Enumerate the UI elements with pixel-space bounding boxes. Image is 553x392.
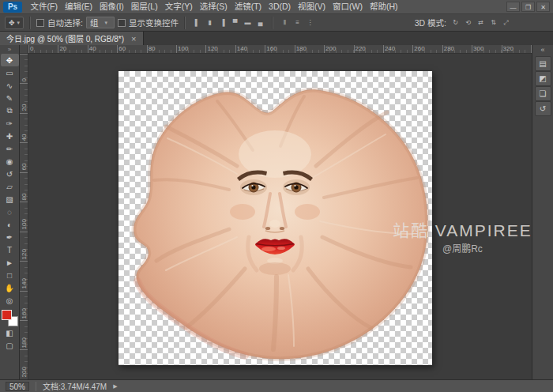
menu-edit[interactable]: 编辑(E) bbox=[61, 0, 96, 13]
chevron-down-icon: ▾ bbox=[17, 20, 21, 26]
menu-select[interactable]: 选择(S) bbox=[196, 0, 231, 13]
quick-selection-tool[interactable]: ✎ bbox=[1, 92, 19, 104]
ruler-number: 20 bbox=[58, 45, 87, 53]
close-button[interactable]: ✕ bbox=[536, 2, 550, 12]
collapsed-panel-history[interactable]: ↺ bbox=[535, 101, 551, 116]
hand-tool[interactable]: ✋ bbox=[1, 281, 19, 294]
3d-mode-icon: ⇅ bbox=[491, 19, 496, 26]
align-vertical-centers-button[interactable]: ▬ bbox=[242, 17, 254, 28]
separator bbox=[29, 17, 31, 29]
lasso-tool[interactable]: ∿ bbox=[1, 79, 19, 92]
ruler-number: 180 bbox=[295, 45, 324, 53]
move-tool[interactable]: ✥ bbox=[1, 54, 19, 66]
align-left-edges-button[interactable]: ▌ bbox=[191, 17, 203, 28]
toolbar-collapse-button[interactable]: » bbox=[8, 45, 11, 54]
tool-icon: ◌ bbox=[7, 208, 12, 217]
document-tab[interactable]: 今日.jpg @ 50% (图层 0, RGB/8*) × bbox=[0, 32, 144, 45]
distribute-spacing-button[interactable]: ⋮ bbox=[304, 17, 316, 28]
menu-filter[interactable]: 滤镜(T) bbox=[231, 0, 265, 13]
watermark-credit-text: @周鹏Rc bbox=[442, 241, 483, 254]
clone-stamp-tool[interactable]: ◉ bbox=[1, 155, 19, 168]
menu-3d[interactable]: 3D(D) bbox=[265, 0, 295, 13]
quick-mask-button[interactable]: ◧ bbox=[1, 326, 19, 339]
dodge-tool[interactable]: ◐ bbox=[1, 218, 19, 231]
distribute-icon: ⫴ bbox=[284, 19, 286, 27]
align-icon: ▮ bbox=[208, 19, 211, 26]
3d-slide-button[interactable]: ⇅ bbox=[487, 17, 499, 28]
menu-image[interactable]: 图像(I) bbox=[96, 0, 127, 13]
maximize-button[interactable]: ❐ bbox=[521, 2, 535, 12]
screen-mode-button[interactable]: ▢ bbox=[1, 339, 19, 352]
crop-tool[interactable]: ⧉ bbox=[1, 104, 19, 117]
tool-icon: ▭ bbox=[6, 69, 13, 77]
foreground-color-swatch[interactable] bbox=[2, 310, 12, 320]
warped-face-artwork bbox=[118, 71, 432, 365]
ruler-number: 20 bbox=[20, 83, 28, 112]
menu-bar: Ps 文件(F)编辑(E)图像(I)图层(L)文字(Y)选择(S)滤镜(T)3D… bbox=[0, 0, 553, 14]
vertical-ruler[interactable]: 020406080100120140160180200 bbox=[20, 54, 28, 379]
show-transform-checkbox[interactable] bbox=[118, 19, 126, 27]
brush-tool[interactable]: ✏ bbox=[1, 142, 19, 155]
menu-file[interactable]: 文件(F) bbox=[27, 0, 61, 13]
status-bar: 50% 文档:3.74M/4.47M ▶ bbox=[0, 379, 553, 392]
panel-icon: ▤ bbox=[539, 59, 546, 68]
tool-icon: ⧉ bbox=[6, 106, 12, 115]
separator bbox=[272, 17, 273, 29]
spot-healing-brush-tool[interactable]: ✚ bbox=[1, 130, 19, 142]
menu-layer[interactable]: 图层(L) bbox=[127, 0, 161, 13]
menu-window[interactable]: 窗口(W) bbox=[329, 0, 367, 13]
photoshop-logo: Ps bbox=[3, 2, 22, 13]
distribute-vertical-button[interactable]: ≡ bbox=[292, 17, 303, 28]
zoom-tool[interactable]: ◎ bbox=[1, 294, 19, 307]
canvas-pasteboard[interactable] bbox=[28, 54, 532, 379]
status-options-arrow-icon[interactable]: ▶ bbox=[113, 383, 117, 390]
ruler-number: 280 bbox=[442, 45, 472, 53]
eraser-tool[interactable]: ▱ bbox=[1, 180, 19, 193]
pen-tool[interactable]: ✒ bbox=[1, 231, 19, 243]
auto-select-dropdown[interactable]: 组 ▾ bbox=[86, 17, 115, 28]
auto-select-checkbox[interactable] bbox=[36, 19, 44, 27]
3d-roll-button[interactable]: ⟲ bbox=[462, 17, 474, 28]
expand-panels-button[interactable]: « bbox=[540, 46, 544, 55]
distribute-horizontal-button[interactable]: ⫴ bbox=[279, 17, 291, 28]
minimize-button[interactable]: — bbox=[506, 2, 520, 12]
ruler-number: 240 bbox=[383, 45, 412, 53]
document-canvas[interactable] bbox=[118, 71, 432, 365]
rectangle-tool[interactable]: □ bbox=[1, 269, 19, 281]
menu-help[interactable]: 帮助(H) bbox=[367, 0, 402, 13]
align-horizontal-centers-button[interactable]: ▮ bbox=[204, 17, 216, 28]
tool-icon: ▱ bbox=[6, 183, 13, 191]
menu-view[interactable]: 视图(V) bbox=[295, 0, 329, 13]
blur-tool[interactable]: ◌ bbox=[1, 205, 19, 218]
3d-scale-button[interactable]: ⤢ bbox=[500, 17, 512, 28]
zoom-level-field[interactable]: 50% bbox=[6, 382, 29, 391]
menu-type[interactable]: 文字(Y) bbox=[161, 0, 196, 13]
color-swatches bbox=[2, 310, 18, 326]
ruler-number: 100 bbox=[20, 202, 28, 231]
ruler-number: 160 bbox=[265, 45, 294, 53]
collapsed-panel-layers[interactable]: ❏ bbox=[535, 86, 551, 101]
rectangular-marquee-tool[interactable]: ▭ bbox=[1, 66, 19, 79]
horizontal-ruler[interactable]: 0204060801001201401601802002202402602803… bbox=[28, 45, 532, 54]
history-brush-tool[interactable]: ↺ bbox=[1, 168, 19, 180]
ruler-number: 60 bbox=[117, 45, 146, 53]
3d-drag-button[interactable]: ⇄ bbox=[475, 17, 487, 28]
type-tool[interactable]: T bbox=[1, 243, 19, 256]
tool-preset-picker[interactable]: ✥ ▾ bbox=[5, 17, 24, 29]
menu-item-label: 帮助(H) bbox=[370, 2, 398, 11]
ruler-number: 220 bbox=[353, 45, 382, 53]
tool-icon: ✑ bbox=[6, 119, 13, 128]
align-bottom-edges-button[interactable]: ▄ bbox=[254, 17, 266, 28]
collapsed-panel-adjustments[interactable]: ◩ bbox=[535, 71, 551, 86]
align-right-edges-button[interactable]: ▐ bbox=[216, 17, 228, 28]
path-selection-tool[interactable]: ► bbox=[1, 256, 19, 269]
eyedropper-tool[interactable]: ✑ bbox=[1, 117, 19, 130]
close-tab-icon[interactable]: × bbox=[131, 35, 136, 43]
ruler-number: 120 bbox=[205, 45, 235, 53]
screen-mode-icon: ▢ bbox=[6, 341, 13, 350]
collapsed-panel-color[interactable]: ▤ bbox=[535, 56, 551, 71]
tool-icon: ◎ bbox=[6, 296, 13, 305]
align-top-edges-button[interactable]: ▀ bbox=[229, 17, 241, 28]
gradient-tool[interactable]: ▨ bbox=[1, 193, 19, 205]
3d-rotate-button[interactable]: ↻ bbox=[450, 17, 461, 28]
